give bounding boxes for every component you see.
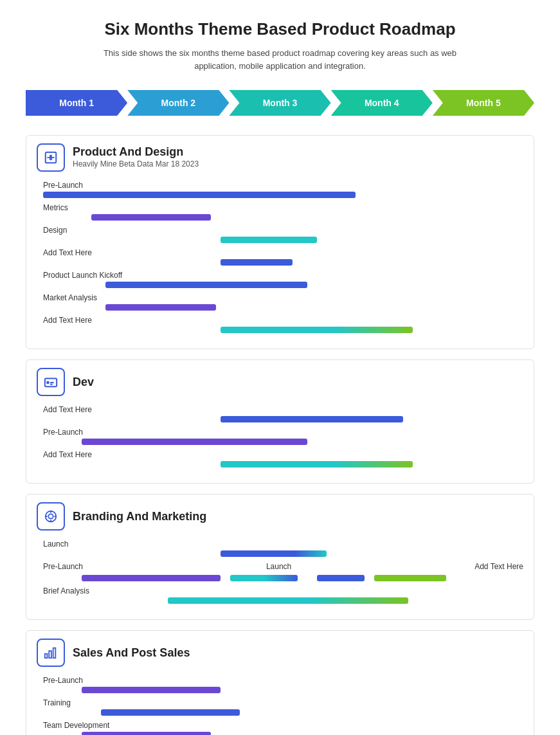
branding-row-1-label-extra: Add Text Here	[474, 562, 523, 571]
sales-row-1-label: Training	[43, 698, 523, 707]
dev-row-0-bar-0	[221, 416, 403, 422]
branding-row-1-bar-3	[374, 575, 446, 581]
product-design-subtitle: Heavily Mine Beta Data Mar 18 2023	[73, 159, 523, 170]
dev-row-2-label: Add Text Here	[43, 450, 523, 459]
svg-point-4	[48, 514, 53, 518]
month-arrow-4: Month 4	[331, 90, 433, 116]
sales-row-0-label: Pre-Launch	[43, 676, 523, 685]
month-arrow-2: Month 2	[127, 90, 229, 116]
section-product-design: Product And DesignHeavily Mine Beta Data…	[26, 135, 534, 349]
product-design-row-0-bar-0	[43, 192, 356, 198]
month-arrow-3: Month 3	[229, 90, 330, 116]
product-design-row-3-bars	[43, 259, 523, 266]
product-design-row-4-label: Product Launch Kickoff	[43, 271, 523, 280]
product-design-row-6-bars	[43, 327, 523, 333]
product-design-row-0-bars	[43, 192, 523, 198]
product-design-row-1-bars	[43, 214, 523, 221]
dev-icon	[37, 368, 65, 396]
sales-title: Sales And Post Sales	[73, 646, 523, 660]
product-design-row-1-bar-0	[91, 214, 212, 221]
product-design-title: Product And Design	[73, 145, 523, 159]
svg-rect-5	[45, 654, 48, 658]
product-design-row-1-label: Metrics	[43, 203, 523, 212]
dev-row-0-label: Add Text Here	[43, 405, 523, 414]
svg-rect-6	[49, 651, 51, 658]
sales-row-0-bars	[43, 687, 523, 693]
product-design-row-4-bar-0	[105, 282, 307, 288]
branding-row-1-bars	[43, 575, 523, 581]
product-design-row-3-label: Add Text Here	[43, 248, 523, 257]
branding-row-1-bar-0	[82, 575, 221, 581]
sales-row-2-bars	[43, 732, 523, 735]
svg-point-2	[47, 382, 49, 384]
months-timeline: Month 1Month 2Month 3Month 4Month 5	[26, 90, 534, 116]
product-design-row-5-bar-0	[105, 304, 216, 311]
month-arrow-1: Month 1	[26, 90, 127, 116]
month-arrow-5: Month 5	[433, 90, 534, 116]
branding-row-0-bar-0	[221, 550, 326, 557]
product-design-row-5-bars	[43, 304, 523, 311]
product-design-icon	[37, 143, 65, 172]
product-design-row-6-label: Add Text Here	[43, 316, 523, 325]
dev-row-1-bar-0	[82, 439, 307, 445]
branding-row-0-label: Launch	[43, 540, 523, 549]
branding-row-2-bars	[43, 597, 523, 604]
branding-row-1-label-right: Launch	[266, 562, 291, 571]
dev-row-1-label: Pre-Launch	[43, 428, 523, 437]
section-dev: DevAdd Text HerePre-LaunchAdd Text Here	[26, 359, 534, 484]
branding-row-2-label: Brief Analysis	[43, 586, 523, 595]
dev-row-1-bars	[43, 439, 523, 445]
product-design-row-2-label: Design	[43, 226, 523, 235]
sales-row-1-bar-0	[101, 709, 240, 716]
product-design-row-6-bar-0	[221, 327, 413, 333]
section-sales: Sales And Post SalesPre-LaunchTrainingTe…	[26, 630, 534, 735]
sales-row-2-label: Team Development	[43, 721, 523, 730]
dev-row-0-bars	[43, 416, 523, 422]
branding-row-1-bar-1	[230, 575, 298, 581]
dev-row-2-bar-0	[221, 461, 413, 467]
page-title: Six Months Theme Based Product Roadmap	[26, 19, 534, 39]
product-design-row-0-label: Pre-Launch	[43, 181, 523, 190]
product-design-row-2-bars	[43, 237, 523, 243]
product-design-row-3-bar-0	[221, 259, 293, 266]
section-branding: Branding And MarketingLaunchPre-LaunchLa…	[26, 494, 534, 620]
sales-row-0-bar-0	[82, 687, 221, 693]
product-design-row-5-label: Market Analysis	[43, 293, 523, 302]
branding-row-1-bar-2	[317, 575, 365, 581]
branding-row-2-bar-0	[168, 597, 408, 604]
product-design-row-4-bars	[43, 282, 523, 288]
branding-title: Branding And Marketing	[73, 510, 523, 523]
branding-icon	[37, 502, 65, 531]
dev-title: Dev	[73, 376, 523, 389]
page-subtitle: This side shows the six months theme bas…	[87, 47, 473, 72]
sales-icon	[37, 639, 65, 667]
product-design-row-2-bar-0	[221, 237, 316, 243]
svg-rect-7	[53, 648, 56, 658]
branding-row-1-label-left: Pre-Launch	[43, 562, 83, 571]
sales-row-1-bars	[43, 709, 523, 716]
sales-row-2-bar-0	[82, 732, 212, 735]
dev-row-2-bars	[43, 461, 523, 467]
branding-row-0-bars	[43, 550, 523, 557]
